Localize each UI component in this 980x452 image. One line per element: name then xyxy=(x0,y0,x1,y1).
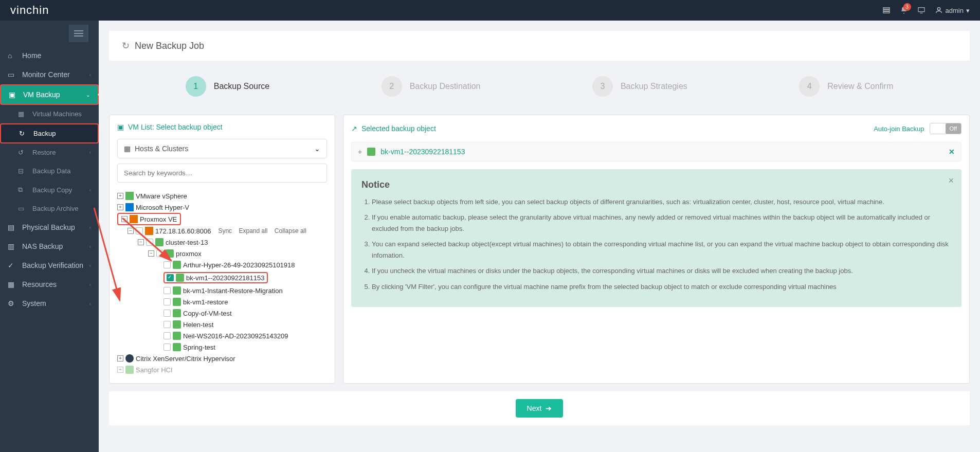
step-4[interactable]: 4Review & Confirm xyxy=(799,76,893,97)
tree-vm[interactable]: Arthur-Hyper-26-49-20230925101918 xyxy=(117,259,327,270)
bell-icon[interactable]: 3 xyxy=(900,6,908,14)
tree-vmware[interactable]: +VMware vSphere xyxy=(117,190,327,202)
wizard-steps: 1Backup Source 2Backup Destination 3Back… xyxy=(109,66,970,107)
sidebar-toggle[interactable] xyxy=(69,25,88,42)
list-icon[interactable] xyxy=(882,6,891,14)
nav-backup-verification[interactable]: ✓Backup Verification‹ xyxy=(0,256,99,275)
checkbox[interactable] xyxy=(164,298,171,305)
nav-physical-backup[interactable]: ▤Physical Backup‹ xyxy=(0,218,99,237)
tree-label: bk-vm1-restore xyxy=(183,298,228,306)
tree-vm[interactable]: Copy-of-VM-test xyxy=(117,308,327,319)
nav-label: Virtual Machines xyxy=(32,110,82,118)
next-button[interactable]: Next ➜ xyxy=(516,399,564,418)
checkbox[interactable] xyxy=(156,250,164,257)
nav-backup[interactable]: ↻Backup xyxy=(0,123,99,143)
checkbox[interactable] xyxy=(164,261,171,268)
chevron-icon: ‹ xyxy=(89,282,91,287)
notice-list: Please select backup objects from left s… xyxy=(361,196,951,293)
tree-vm[interactable]: bk-vm1-Instant-Restore-Migration xyxy=(117,285,327,296)
nav-nas-backup[interactable]: ▥NAS Backup‹ xyxy=(0,237,99,256)
collapse-icon[interactable]: − xyxy=(138,239,144,245)
plus-icon[interactable]: + xyxy=(358,148,362,156)
checkbox-checked[interactable] xyxy=(167,274,174,281)
nav-label: Backup Data xyxy=(32,167,70,175)
expand-icon[interactable]: + xyxy=(117,367,123,373)
checkbox[interactable] xyxy=(164,321,171,328)
tree-vm-selected[interactable]: bk-vm1--20230922181153 xyxy=(117,270,327,285)
collapse-icon[interactable]: − xyxy=(128,228,134,234)
nav-monitor[interactable]: ▭Monitor Center‹ xyxy=(0,65,99,84)
expand-icon[interactable]: + xyxy=(117,204,123,210)
view-dropdown[interactable]: ▦Hosts & Clusters ⌄ xyxy=(117,139,327,158)
chevron-icon: ‹ xyxy=(89,263,91,268)
tree-vm[interactable]: Spring-test xyxy=(117,341,327,353)
tree-label: bk-vm1--20230922181153 xyxy=(186,274,265,282)
nav-label: Monitor Center xyxy=(22,70,70,79)
backup-icon: ↻ xyxy=(19,130,28,137)
nav-home[interactable]: ⌂Home xyxy=(0,46,99,65)
tree-vm[interactable]: Neil-WS2016-AD-20230925143209 xyxy=(117,330,327,341)
nav-vm-backup[interactable]: ▣VM Backup⌄ xyxy=(0,84,99,105)
reload-icon[interactable]: ↻ xyxy=(122,40,130,51)
checkbox[interactable] xyxy=(164,287,171,294)
expand-icon[interactable]: + xyxy=(117,355,123,361)
vmware-icon xyxy=(125,192,134,200)
restore-icon: ↺ xyxy=(18,149,27,156)
nav-backup-data[interactable]: ⊟Backup Data xyxy=(0,162,99,180)
step-3[interactable]: 3Backup Strategies xyxy=(592,76,687,97)
step-label: Backup Destination xyxy=(410,82,481,91)
toggle-off-button[interactable]: Off xyxy=(946,123,961,134)
step-number: 1 xyxy=(186,76,206,97)
arrow-right-icon: ➜ xyxy=(546,404,552,412)
tree-proxmox-host[interactable]: −172.18.16.60:8006 Sync Expand all Colla… xyxy=(117,225,327,237)
nav-backup-copy[interactable]: ⧉Backup Copy‹ xyxy=(0,180,99,200)
page-title: New Backup Job xyxy=(135,41,204,51)
nav-system[interactable]: ⚙System‹ xyxy=(0,294,99,313)
tree-sangfor[interactable]: +Sangfor HCI xyxy=(117,364,327,375)
close-icon[interactable]: × xyxy=(948,175,954,186)
checkbox[interactable] xyxy=(164,343,171,351)
selected-vm-name: bk-vm1--20230922181153 xyxy=(380,148,465,156)
tree-node-proxmox[interactable]: −proxmox xyxy=(117,248,327,259)
tree-vm[interactable]: Helen-test xyxy=(117,319,327,330)
step-1[interactable]: 1Backup Source xyxy=(186,76,270,97)
nav-virtual-machines[interactable]: ▦Virtual Machines xyxy=(0,105,99,123)
vm-icon xyxy=(173,343,181,351)
expand-all-action[interactable]: Expand all xyxy=(239,227,267,234)
search-input[interactable] xyxy=(117,164,327,183)
collapse-icon[interactable]: − xyxy=(121,216,128,222)
username: admin xyxy=(946,7,964,14)
user-menu[interactable]: admin ▾ xyxy=(935,6,970,14)
collapse-icon[interactable]: − xyxy=(148,250,154,257)
checkbox[interactable] xyxy=(136,227,143,234)
system-icon: ⚙ xyxy=(8,299,17,308)
nav-backup-archive[interactable]: ▭Backup Archive xyxy=(0,200,99,218)
tree-xen[interactable]: +Citrix XenServer/Citrix Hypervisor xyxy=(117,353,327,364)
tree-proxmox[interactable]: −Proxmox VE xyxy=(117,213,181,225)
svg-point-5 xyxy=(937,8,940,10)
nav-resources[interactable]: ▦Resources‹ xyxy=(0,275,99,294)
header-actions: 3 admin ▾ xyxy=(882,6,970,14)
data-icon: ⊟ xyxy=(18,167,27,175)
panel-title-text: Selected backup object xyxy=(361,124,436,133)
resources-icon: ▦ xyxy=(8,280,17,288)
share-icon: ↗ xyxy=(351,124,357,133)
step-2[interactable]: 2Backup Destination xyxy=(382,76,481,97)
checkbox[interactable] xyxy=(164,310,171,317)
tree-hyperv[interactable]: +Microsoft Hyper-V xyxy=(117,202,327,213)
tree-cluster[interactable]: −cluster-test-13 xyxy=(117,237,327,248)
nav-restore[interactable]: ↺Restore‹ xyxy=(0,143,99,162)
collapse-all-action[interactable]: Collapse all xyxy=(275,227,306,234)
svg-rect-0 xyxy=(883,8,890,9)
remove-icon[interactable]: ✕ xyxy=(949,148,955,156)
tree-vm[interactable]: bk-vm1-restore xyxy=(117,296,327,308)
sync-action[interactable]: Sync xyxy=(218,227,232,234)
toggle-switch[interactable]: Off xyxy=(930,123,961,134)
page-title-bar: ↻ New Backup Job xyxy=(109,31,970,61)
expand-icon[interactable]: + xyxy=(117,193,123,199)
checkbox[interactable] xyxy=(164,332,171,339)
vm-list-panel: ▣ VM List: Select backup object ▦Hosts &… xyxy=(109,115,335,384)
checkbox[interactable] xyxy=(146,239,153,246)
app-header: vinchin 3 admin ▾ xyxy=(0,0,980,21)
screen-icon[interactable] xyxy=(917,6,925,14)
